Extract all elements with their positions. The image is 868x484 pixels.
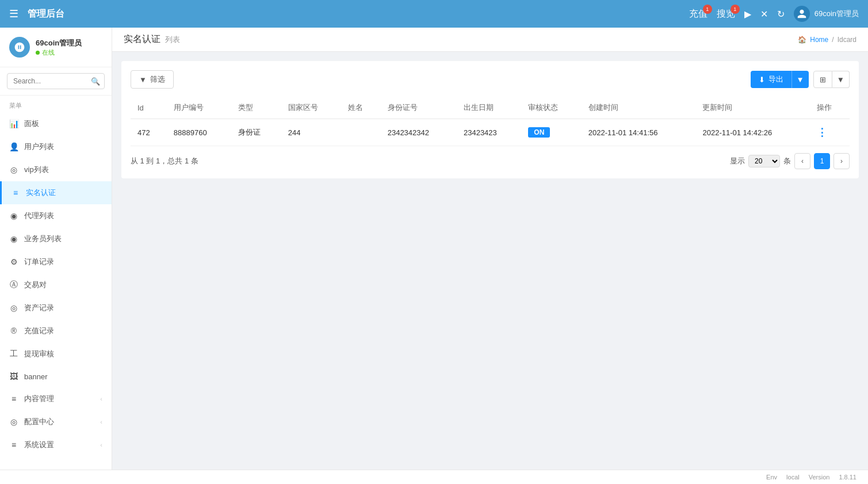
- sidebar-item-transactions[interactable]: Ⓐ 交易对: [0, 273, 112, 296]
- app-title: 管理后台: [28, 8, 64, 20]
- staff-icon: ◉: [9, 234, 18, 243]
- sidebar-item-user-list[interactable]: 👤 用户列表: [0, 135, 112, 158]
- sidebar-item-label: 业务员列表: [24, 234, 62, 244]
- next-page-btn[interactable]: ›: [833, 153, 850, 169]
- hamburger-icon[interactable]: ☰: [9, 7, 18, 20]
- sidebar-item-label: 提现审核: [24, 349, 54, 359]
- withdrawal-icon: 工: [9, 349, 18, 359]
- system-icon: ≡: [9, 440, 18, 449]
- table-container: ▼ 筛选 ⬇ 导出 ▼ ⊞ ▼: [121, 61, 859, 178]
- breadcrumb-bar: 实名认证 列表 🏠 Home / Idcard: [112, 28, 868, 52]
- col-header-country-code: 国家区号: [281, 97, 341, 119]
- export-dropdown-button[interactable]: ▼: [791, 71, 809, 88]
- asset-icon: ◎: [9, 303, 18, 312]
- recharge-badge: 1: [703, 5, 712, 14]
- search-input[interactable]: [7, 73, 105, 89]
- browse-badge: 1: [731, 5, 740, 14]
- page-1-btn[interactable]: 1: [814, 153, 830, 169]
- version-value: 1.8.11: [839, 474, 856, 481]
- prev-page-btn[interactable]: ‹: [794, 153, 810, 169]
- logo-info: 69coin管理员 在线: [36, 38, 82, 57]
- sidebar-item-vip-list[interactable]: ◎ vip列表: [0, 158, 112, 181]
- table-footer: 从 1 到 1，总共 1 条 显示 20 50 100 条 ‹ 1 ›: [131, 153, 850, 169]
- close-btn[interactable]: ✕: [760, 9, 768, 20]
- page-title-area: 实名认证 列表: [124, 33, 180, 45]
- status-badge: ON: [528, 127, 550, 138]
- cell-user-code: 88889760: [167, 119, 231, 146]
- filter-button[interactable]: ▼ 筛选: [131, 70, 174, 89]
- user-label: 69coin管理员: [815, 9, 859, 19]
- sidebar-item-recharge-records[interactable]: ® 充值记录: [0, 319, 112, 342]
- sidebar-item-label: 资产记录: [24, 303, 54, 313]
- chevron-right-icon-3: ‹: [100, 441, 102, 448]
- version-label: Version: [809, 474, 830, 481]
- sidebar-item-config-center[interactable]: ◎ 配置中心 ‹: [0, 410, 112, 433]
- logo-icon: [9, 37, 30, 58]
- dashboard-icon: 📊: [9, 119, 18, 128]
- cell-action: ⋮: [810, 119, 850, 146]
- sidebar-item-system-settings[interactable]: ≡ 系统设置 ‹: [0, 433, 112, 456]
- columns-button[interactable]: ⊞: [813, 71, 832, 88]
- cell-updated-at: 2022-11-01 14:42:26: [695, 119, 810, 146]
- user-menu[interactable]: 69coin管理员: [794, 6, 859, 22]
- sidebar-item-withdrawal-review[interactable]: 工 提现审核: [0, 342, 112, 365]
- play-btn[interactable]: ▶: [744, 9, 751, 20]
- action-menu-btn[interactable]: ⋮: [817, 127, 827, 138]
- sidebar-item-real-name[interactable]: ≡ 实名认证: [0, 181, 112, 204]
- refresh-btn[interactable]: ↻: [777, 9, 785, 20]
- config-icon: ◎: [9, 417, 18, 426]
- sidebar-item-dashboard[interactable]: 📊 面板: [0, 112, 112, 135]
- sidebar-item-banner[interactable]: 🖼 banner: [0, 365, 112, 387]
- sidebar-item-label: 配置中心: [24, 417, 54, 427]
- cell-created-at: 2022-11-01 14:41:56: [582, 119, 696, 146]
- transactions-icon: Ⓐ: [9, 280, 18, 290]
- breadcrumb-current: Idcard: [838, 36, 856, 44]
- page-subtitle: 列表: [165, 35, 180, 45]
- show-label: 显示: [730, 156, 745, 166]
- recharge-btn[interactable]: 充值 1: [689, 8, 708, 20]
- col-header-id: Id: [131, 97, 167, 119]
- cell-review-status: ON: [521, 119, 581, 146]
- sidebar-item-staff-list[interactable]: ◉ 业务员列表: [0, 227, 112, 250]
- per-page-select[interactable]: 20 50 100: [748, 155, 780, 167]
- data-table: Id 用户编号 类型 国家区号 姓名 身份证号 出生日期 审核状态 创建时间 更…: [131, 97, 850, 146]
- table-row: 472 88889760 身份证 244 2342342342 23423423…: [131, 119, 850, 146]
- sidebar-item-label: 代理列表: [24, 211, 54, 221]
- cell-name: [341, 119, 381, 146]
- toolbar-right: ⬇ 导出 ▼ ⊞ ▼: [751, 71, 850, 88]
- top-navbar: ☰ 管理后台 充值 1 搜览 1 ▶ ✕ ↻ 69coin管理员: [0, 0, 868, 28]
- unit-label: 条: [783, 156, 791, 166]
- sidebar-item-label: 面板: [24, 119, 39, 129]
- sidebar-username: 69coin管理员: [36, 38, 82, 48]
- footer-bar: Env local Version 1.8.11: [0, 470, 868, 484]
- cell-country-code: 244: [281, 119, 341, 146]
- sidebar-item-label: vip列表: [24, 165, 49, 175]
- sidebar-item-content-management[interactable]: ≡ 内容管理 ‹: [0, 387, 112, 410]
- col-header-review-status: 审核状态: [521, 97, 581, 119]
- content-icon: ≡: [9, 394, 18, 403]
- col-header-id-number: 身份证号: [381, 97, 457, 119]
- columns-dropdown-button[interactable]: ▼: [832, 71, 850, 88]
- sidebar-logo: 69coin管理员 在线: [0, 28, 112, 67]
- sidebar-item-agent-list[interactable]: ◉ 代理列表: [0, 204, 112, 227]
- sidebar-item-label: 系统设置: [24, 440, 54, 450]
- cell-id-number: 2342342342: [381, 119, 457, 146]
- sidebar-item-label: 订单记录: [24, 257, 54, 267]
- cell-type: 身份证: [231, 119, 281, 146]
- col-header-action: 操作: [810, 97, 850, 119]
- table-toolbar: ▼ 筛选 ⬇ 导出 ▼ ⊞ ▼: [131, 70, 850, 89]
- page-title: 实名认证: [124, 33, 160, 45]
- search-icon[interactable]: 🔍: [91, 77, 100, 86]
- sidebar: 69coin管理员 在线 🔍 菜单 📊 面板 👤 用户列表 ◎ vip列表 ≡: [0, 28, 112, 470]
- menu-label: 菜单: [0, 96, 112, 112]
- sidebar-item-asset-records[interactable]: ◎ 资产记录: [0, 296, 112, 319]
- export-button[interactable]: ⬇ 导出: [751, 71, 791, 88]
- browse-btn[interactable]: 搜览 1: [717, 8, 735, 20]
- user-list-icon: 👤: [9, 142, 18, 151]
- recharge-icon: ®: [9, 326, 18, 336]
- sidebar-item-label: 用户列表: [24, 142, 54, 152]
- sidebar-item-order-records[interactable]: ⚙ 订单记录: [0, 250, 112, 273]
- sidebar-item-label: 交易对: [24, 280, 47, 290]
- env-label: Env: [766, 474, 777, 481]
- breadcrumb-home[interactable]: Home: [810, 36, 828, 44]
